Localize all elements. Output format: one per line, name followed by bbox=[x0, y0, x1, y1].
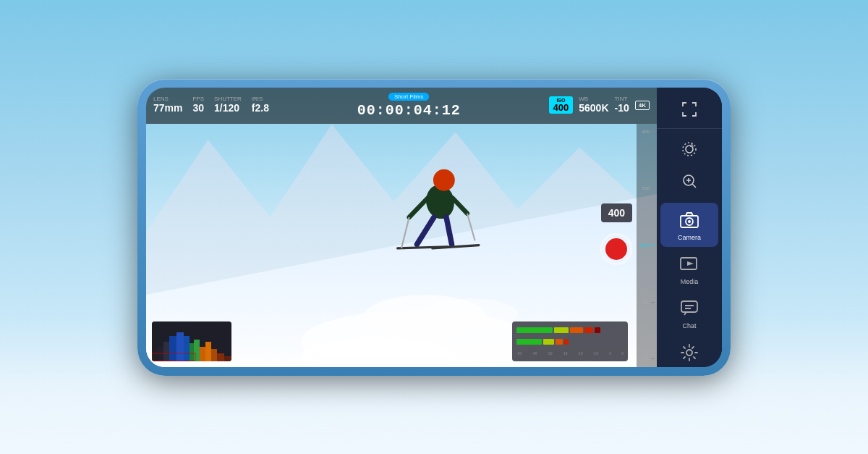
zoom-icon bbox=[678, 169, 701, 193]
tint-label: TINT bbox=[615, 96, 628, 102]
svg-rect-19 bbox=[158, 347, 163, 361]
audio-bar-2-green bbox=[516, 339, 542, 345]
svg-rect-42 bbox=[681, 301, 697, 312]
shutter-label: SHUTTER bbox=[214, 96, 242, 102]
zoom-button[interactable] bbox=[660, 165, 718, 197]
hud-shutter: SHUTTER 1/120 bbox=[214, 96, 242, 114]
4k-badge: 4K bbox=[635, 101, 650, 110]
lens-value: 77mm bbox=[153, 102, 182, 114]
camera-label: Camera bbox=[678, 234, 701, 241]
chat-label: Chat bbox=[682, 322, 696, 329]
hud-tint: TINT -10 bbox=[615, 96, 629, 114]
iris-label: IRIS bbox=[252, 96, 263, 102]
corners-svg bbox=[681, 101, 697, 117]
media-label: Media bbox=[681, 278, 699, 285]
audio-meters-panel: -50-40-30-18-15-10-50 bbox=[512, 321, 628, 361]
sidebar-item-camera[interactable]: Camera bbox=[660, 203, 718, 247]
audio-track-2 bbox=[516, 338, 624, 345]
svg-point-16 bbox=[425, 298, 517, 329]
svg-rect-27 bbox=[205, 342, 211, 361]
ruler-tick-400: 400 bbox=[639, 243, 655, 248]
svg-point-45 bbox=[686, 350, 692, 356]
phone-screen: LENS 77mm FPS 30 SHUTTER 1/120 IRIS f2.8 bbox=[146, 88, 722, 367]
sidebar-item-settings[interactable]: Settings bbox=[660, 335, 718, 367]
svg-rect-25 bbox=[194, 340, 200, 361]
wb-label: WB bbox=[579, 96, 588, 102]
ruler-tick-500: 500 bbox=[639, 186, 655, 190]
hud-lens: LENS 77mm bbox=[153, 96, 182, 114]
svg-rect-30 bbox=[224, 356, 231, 361]
ruler-tick-600: 600 bbox=[639, 130, 655, 134]
hud-right: ISO 400 WB 5600K TINT -10 4K bbox=[549, 96, 650, 114]
lens-label: LENS bbox=[153, 96, 169, 102]
audio-bar-1-dark bbox=[595, 327, 600, 333]
record-indicator bbox=[605, 238, 627, 260]
record-button-area bbox=[600, 233, 632, 265]
iris-value: f2.8 bbox=[252, 102, 269, 114]
svg-marker-41 bbox=[687, 261, 694, 266]
svg-rect-23 bbox=[184, 336, 190, 361]
sidebar-item-media[interactable]: Media bbox=[660, 247, 718, 291]
iso-ruler: 600 500 400 300 bbox=[637, 124, 657, 367]
sidebar: A bbox=[657, 88, 722, 367]
audio-bar-1-orange bbox=[570, 327, 583, 333]
audio-bar-2-orange bbox=[556, 339, 563, 345]
histogram-panel bbox=[152, 321, 231, 361]
sidebar-top bbox=[657, 93, 722, 129]
settings-label: Settings bbox=[678, 366, 702, 367]
chat-icon bbox=[678, 297, 701, 320]
svg-rect-20 bbox=[163, 342, 169, 361]
svg-text:A: A bbox=[690, 143, 694, 148]
ruler-tick-200: 200 bbox=[639, 357, 655, 361]
svg-point-39 bbox=[688, 220, 691, 223]
svg-rect-21 bbox=[169, 336, 176, 361]
phone: LENS 77mm FPS 30 SHUTTER 1/120 IRIS f2.8 bbox=[137, 79, 731, 376]
scene: LENS 77mm FPS 30 SHUTTER 1/120 IRIS f2.8 bbox=[0, 0, 868, 454]
timecode-display: 00:00:04:12 bbox=[357, 102, 461, 119]
screen-corners-icon[interactable] bbox=[678, 98, 701, 121]
hud-top-bar: LENS 77mm FPS 30 SHUTTER 1/120 IRIS f2.8 bbox=[146, 88, 657, 124]
audio-bar-1-red bbox=[584, 327, 593, 333]
svg-rect-28 bbox=[211, 349, 217, 361]
svg-rect-29 bbox=[217, 353, 224, 361]
record-button[interactable] bbox=[600, 233, 632, 265]
auto-exposure-button[interactable]: A bbox=[660, 133, 718, 165]
svg-rect-22 bbox=[176, 332, 184, 361]
wb-value: 5600K bbox=[579, 102, 608, 114]
chat-svg bbox=[680, 300, 699, 317]
fps-label: FPS bbox=[192, 96, 204, 102]
tint-value: -10 bbox=[615, 102, 629, 114]
viewfinder: LENS 77mm FPS 30 SHUTTER 1/120 IRIS f2.8 bbox=[146, 88, 657, 367]
svg-line-36 bbox=[692, 184, 696, 188]
hud-iris: IRIS f2.8 bbox=[252, 96, 269, 114]
media-svg bbox=[680, 256, 699, 272]
camera-icon bbox=[678, 209, 701, 232]
audio-bar-2-red bbox=[564, 339, 569, 345]
audio-scale-labels: -50-40-30-18-15-10-50 bbox=[516, 351, 624, 356]
media-icon bbox=[678, 253, 701, 276]
svg-rect-24 bbox=[190, 343, 194, 361]
shutter-value: 1/120 bbox=[214, 102, 239, 114]
iso-value-indicator: 400 bbox=[601, 203, 632, 222]
ae-svg: A bbox=[681, 140, 698, 158]
svg-point-6 bbox=[433, 169, 455, 190]
hud-fps: FPS 30 bbox=[192, 96, 204, 114]
audio-bar-2-yellow bbox=[543, 339, 554, 345]
sidebar-item-chat[interactable]: Chat bbox=[660, 291, 718, 335]
iso-badge[interactable]: ISO 400 bbox=[549, 96, 574, 114]
audio-bar-1-green bbox=[516, 327, 553, 333]
zoom-svg bbox=[681, 172, 698, 190]
histogram-chart bbox=[152, 321, 231, 361]
auto-exposure-icon: A bbox=[678, 138, 701, 161]
hud-center: Short Films 00:00:04:12 bbox=[279, 93, 539, 119]
fps-value: 30 bbox=[192, 102, 204, 114]
camera-svg bbox=[680, 212, 699, 228]
project-badge[interactable]: Short Films bbox=[388, 93, 429, 101]
settings-icon bbox=[678, 341, 701, 364]
ruler-tick-300: 300 bbox=[639, 300, 655, 304]
svg-rect-18 bbox=[152, 350, 158, 361]
audio-track-1 bbox=[516, 327, 624, 334]
settings-svg bbox=[680, 343, 699, 362]
iso-badge-value: 400 bbox=[553, 103, 569, 112]
audio-bar-1-yellow bbox=[554, 327, 569, 333]
